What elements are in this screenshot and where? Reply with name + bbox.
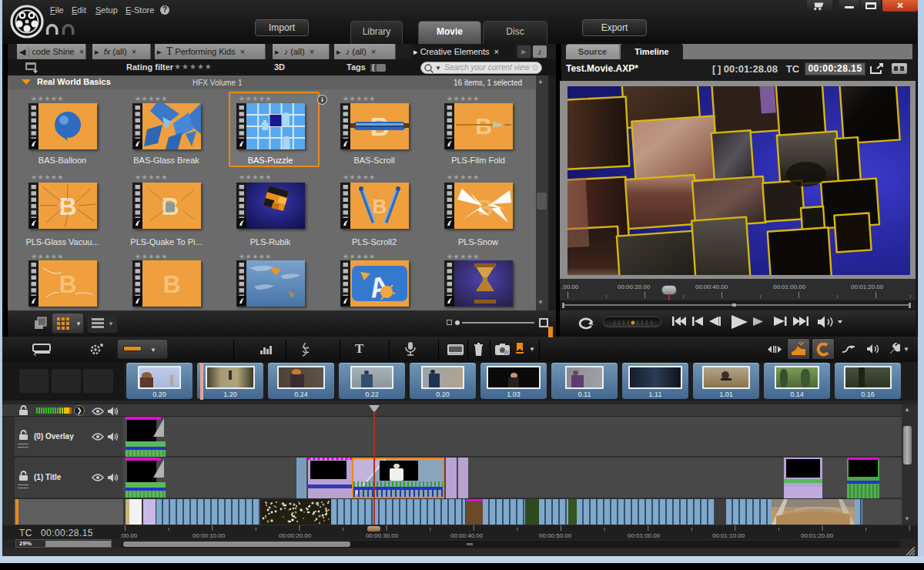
- svg-text:B: B: [59, 270, 76, 298]
- svg-text:B: B: [477, 196, 493, 220]
- svg-text:B: B: [373, 195, 387, 218]
- svg-text:B: B: [475, 113, 492, 139]
- svg-text:B: B: [162, 270, 180, 298]
